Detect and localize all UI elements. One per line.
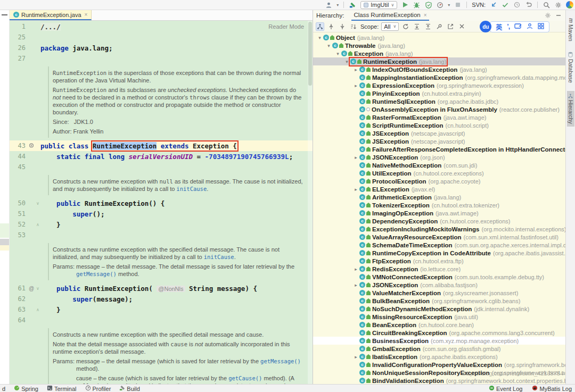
reader-mode-label[interactable]: Reader Mode	[268, 23, 304, 30]
doc-link[interactable]: getMessage()	[76, 271, 117, 277]
debug-button[interactable]	[413, 1, 421, 9]
status-item-spring[interactable]: Spring	[14, 385, 38, 392]
code-line[interactable]: 52∧ }	[10, 219, 313, 230]
code-line[interactable]: 63∧ }	[10, 304, 313, 315]
hierarchy-tree-row[interactable]: cFtpException(cn.hutool.extra.ftp)	[313, 257, 565, 265]
rollback-icon[interactable]	[524, 1, 532, 9]
override-gutter-icon[interactable]	[28, 143, 35, 148]
hierarchy-tree-row[interactable]: cFailureAfterResponseCompletedException …	[313, 145, 565, 153]
class-hierarchy-button[interactable]	[316, 22, 324, 31]
tree-chevron-icon[interactable]: ▸	[352, 354, 359, 360]
run-configuration-select[interactable]: ImgUtil ∨	[360, 1, 397, 9]
hierarchy-tree-row[interactable]: cBulkBeanException(org.springframework.c…	[313, 297, 565, 305]
code-line[interactable]: 50∨ public RuntimeException() {	[10, 198, 313, 208]
hierarchy-tree-row[interactable]: cArithmeticException(java.lang)	[313, 193, 565, 201]
code-line[interactable]: 45	[10, 162, 313, 172]
code-line[interactable]: 27	[10, 53, 313, 64]
hierarchy-tree-row[interactable]: ▸cJSONException(org.json)	[313, 153, 565, 161]
scope-select[interactable]: All ∨	[381, 22, 399, 31]
status-item-terminal[interactable]: Terminal	[47, 385, 77, 392]
refresh-button[interactable]	[401, 22, 410, 31]
code-line[interactable]: 53	[10, 230, 313, 240]
tree-chevron-icon[interactable]: ▾	[343, 59, 350, 64]
status-item-profiler[interactable]: Profiler	[85, 385, 111, 392]
status-item-d[interactable]: d	[2, 385, 5, 392]
hierarchy-tree-row[interactable]: ▾cObject(java.lang)	[313, 34, 565, 41]
hierarchy-tree-row[interactable]: cScriptRuntimeException(cn.hutool.script…	[313, 121, 565, 129]
doc-link[interactable]: getMessage()	[260, 358, 301, 364]
history-icon[interactable]	[513, 1, 521, 9]
tree-chevron-icon[interactable]: ▾	[316, 35, 323, 40]
hierarchy-tree-row[interactable]: ▾cException(java.lang)	[313, 49, 565, 57]
hierarchy-tree-row[interactable]: cBusinessException(com.xyz.mop.manage.ex…	[313, 337, 565, 345]
svn-commit-icon[interactable]	[501, 1, 509, 9]
tree-chevron-icon[interactable]: ▸	[352, 155, 359, 160]
code-line[interactable]: 25	[10, 32, 313, 43]
collapse-dash-icon[interactable]	[2, 14, 7, 15]
hierarchy-tree-row[interactable]: ▸cIbatisException(org.apache.ibatis.exce…	[313, 353, 565, 361]
hierarchy-tree-row[interactable]: cUtilException(cn.hutool.core.exceptions…	[313, 169, 565, 177]
hierarchy-tree-row[interactable]: cNoSuchDynamicMethodException(jdk.intern…	[313, 305, 565, 313]
settings-gear-icon[interactable]	[554, 1, 562, 9]
editor-tab[interactable]: c RuntimeException.java ×	[10, 10, 92, 20]
hierarchy-tree-row[interactable]: cGmbalException(com.sun.org.glassfish.gm…	[313, 345, 565, 353]
status-item-build[interactable]: Build	[119, 385, 139, 392]
code-line[interactable]: 26package java.lang;	[10, 43, 313, 53]
expand-all-button[interactable]	[413, 22, 421, 31]
hierarchy-tree-row[interactable]: ▸cIndexOutOfBoundsException(java.lang)	[313, 65, 565, 73]
hierarchy-tree-row[interactable]: cBindValidationException(org.springframe…	[313, 377, 565, 384]
svn-update-icon[interactable]	[489, 1, 497, 9]
hierarchy-tree-row[interactable]: ▸cRedisException(io.lettuce.core)	[313, 265, 565, 273]
hierarchy-tree-row[interactable]: cInvalidConfigurationPropertyValueExcept…	[313, 361, 565, 369]
code-line[interactable]: 1/.../	[10, 21, 313, 32]
panel-settings-gear-icon[interactable]	[544, 12, 552, 19]
hierarchy-tree-row[interactable]: cVMNotConnectedException(com.sun.tools.e…	[313, 273, 565, 281]
hierarchy-tree-row[interactable]: cProtocolException(org.apache.coyote)	[313, 177, 565, 185]
tool-window-button-database[interactable]: Database	[567, 49, 574, 86]
code-line[interactable]: 44 static final long serialVersionUID = …	[10, 151, 313, 162]
editor-content[interactable]: Reader Mode 1/.../2526package java.lang;…	[10, 21, 313, 384]
fold-marker[interactable]: ∧	[35, 307, 40, 312]
code-line[interactable]: 43public class RuntimeException extends …	[10, 140, 313, 151]
hierarchy-tree-row[interactable]: cOnAssemblyException in FluxOnAssembly(r…	[313, 105, 565, 113]
hierarchy-tree-row[interactable]: cSchemaDateTimeException(com.sun.org.apa…	[313, 241, 565, 249]
ime-language-button[interactable]: 英	[496, 22, 502, 31]
hierarchy-tree-row[interactable]: cJSException(netscape.javascript)	[313, 129, 565, 137]
hierarchy-tree-row[interactable]: cRuntimeCopyException in CodeAttribute(o…	[313, 249, 565, 257]
tree-chevron-icon[interactable]: ▾	[334, 51, 341, 56]
hierarchy-tree-row[interactable]: cImagingOpException(java.awt.image)	[313, 209, 565, 217]
fold-marker[interactable]: ∧	[35, 222, 40, 227]
profiler-dropdown-icon[interactable]: ▾	[448, 3, 450, 7]
hierarchy-tree-row[interactable]: cPinyinException(cn.hutool.extra.pinyin)	[313, 89, 565, 97]
doc-link[interactable]: getCause()	[228, 375, 262, 381]
tree-chevron-icon[interactable]: ▸	[352, 266, 359, 272]
export-button[interactable]	[446, 22, 455, 31]
build-hammer-icon[interactable]	[349, 1, 357, 9]
hierarchy-tab[interactable]: Class RuntimeException ×	[351, 10, 429, 21]
hierarchy-tree-row[interactable]: ▸cExpressionException(org.springframewor…	[313, 81, 565, 89]
user-dropdown-icon[interactable]: ▾	[336, 3, 339, 7]
ime-board-icon[interactable]	[514, 23, 522, 30]
tree-chevron-icon[interactable]: ▸	[352, 83, 359, 88]
tree-chevron-icon[interactable]: ▸	[352, 282, 359, 288]
subtypes-hierarchy-button[interactable]	[338, 22, 347, 31]
hierarchy-tree-row[interactable]: cTokenizerException(cn.hutool.extra.toke…	[313, 201, 565, 209]
hierarchy-tree-row[interactable]: cBeanException(cn.hutool.core.bean)	[313, 321, 565, 329]
code-line[interactable]: 62 super(message);	[10, 294, 313, 304]
hierarchy-tree-row[interactable]: cNativeMethodException(com.sun.jdi)	[313, 161, 565, 169]
hierarchy-tree-row[interactable]: cMissingResourceException(java.util)	[313, 313, 565, 321]
ime-punctuation-button[interactable]: ’,	[507, 23, 510, 30]
tree-chevron-icon[interactable]: ▸	[352, 67, 359, 72]
hierarchy-tree-row[interactable]: cRuntimeSqlException(org.apache.ibatis.j…	[313, 97, 565, 105]
hierarchy-tree-row[interactable]: ▾cRuntimeException(java.lang)	[313, 57, 565, 65]
hierarchy-tree-row[interactable]: cRasterFormatException(java.awt.image)	[313, 113, 565, 121]
hierarchy-tree-row[interactable]: cValueMatcherException(org.skyscreamer.j…	[313, 289, 565, 297]
run-button[interactable]	[401, 1, 409, 9]
annotation-gutter-icon[interactable]: @	[28, 286, 35, 291]
gradle-sphere-icon[interactable]	[566, 1, 573, 9]
run-with-coverage-button[interactable]	[424, 1, 432, 9]
search-everywhere-icon[interactable]	[543, 1, 551, 9]
hierarchy-tree-row[interactable]: cValueArrayResourceException(com.sun.xml…	[313, 233, 565, 241]
hierarchy-tree-row[interactable]: ▸cELException(javax.el)	[313, 185, 565, 193]
status-item-event-log[interactable]: Event Log	[489, 385, 523, 392]
